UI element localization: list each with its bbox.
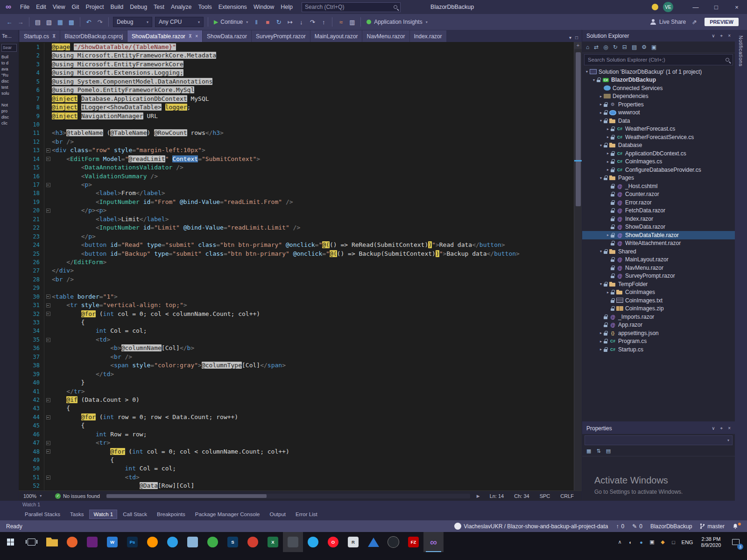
code-line[interactable]: 1@page "/ShowDataTable/{TableName}"	[19, 43, 574, 51]
test-explorer-collapsed-panel[interactable]: Te... SearBuilto dava"RudisctestsoluNotp…	[0, 30, 19, 501]
tree-item[interactable]: ▾BlazorDbBackup	[582, 76, 735, 84]
taskbar-app-icon[interactable]: FZ	[403, 532, 423, 552]
fold-collapse-icon[interactable]: −	[46, 312, 50, 316]
horizontal-scrollbar-thumb[interactable]	[106, 494, 267, 498]
code-line[interactable]: 20− </p><p>	[19, 206, 574, 215]
categorized-icon[interactable]: ▦	[586, 448, 591, 454]
taskbar-app-icon[interactable]: W	[102, 532, 122, 552]
taskbar-app-icon[interactable]	[82, 532, 102, 552]
code-line[interactable]: 14− <EditForm Model="@readLimit" Context…	[19, 155, 574, 163]
feedback-icon[interactable]: ⇗	[689, 16, 699, 28]
code-line[interactable]: 31− <tr style="vertical-align: top;">	[19, 301, 574, 309]
pending-changes-icon[interactable]: ◎	[603, 44, 608, 50]
code-line[interactable]: 34 int Col = col;	[19, 327, 574, 335]
window-position-icon[interactable]: ∨	[712, 33, 715, 39]
taskbar-app-icon[interactable]	[383, 532, 403, 552]
fold-collapse-icon[interactable]: −	[46, 441, 50, 445]
expander-icon[interactable]: ▸	[605, 151, 611, 155]
code-line[interactable]: 52 @Data[Row][Col]	[19, 482, 574, 490]
bottom-tab-breakpoints[interactable]: Breakpoints	[153, 510, 190, 519]
tree-item[interactable]: WriteAttachment.razor	[582, 239, 735, 248]
taskbar-app-icon[interactable]	[42, 532, 62, 552]
preview-selected-icon[interactable]: ▣	[651, 44, 656, 50]
tree-item[interactable]: ▸CoinImages	[582, 288, 735, 297]
code-line[interactable]: 16 <ValidationSummary />	[19, 172, 574, 181]
start-button[interactable]	[0, 532, 21, 552]
options-icon[interactable]: ▥	[347, 16, 357, 28]
tree-item[interactable]: ▸appsettings.json	[582, 329, 735, 337]
expander-icon[interactable]: ▾	[598, 143, 604, 147]
new-file-icon[interactable]: ▤	[33, 16, 43, 28]
taskbar-app-icon[interactable]	[142, 532, 162, 552]
code-line[interactable]: 49 {	[19, 456, 574, 464]
expander-icon[interactable]: ▸	[598, 339, 604, 343]
tree-item[interactable]: App.razor	[582, 321, 735, 329]
property-pages-icon[interactable]: ▤	[606, 448, 611, 454]
taskbar-app-icon[interactable]: R	[343, 532, 363, 552]
close-icon[interactable]: ×	[195, 34, 198, 39]
bottom-tab-package-manager-console[interactable]: Package Manager Console	[191, 510, 264, 519]
fold-collapse-icon[interactable]: −	[46, 183, 50, 187]
notification-alert-icon[interactable]	[652, 4, 658, 10]
repository-picker[interactable]: BlazorDbBackup	[650, 523, 692, 530]
code-line[interactable]: 15 <DataAnnotationsValidator />	[19, 163, 574, 172]
fold-collapse-icon[interactable]: −	[46, 157, 50, 161]
menu-analyze[interactable]: Analyze	[168, 0, 195, 14]
code-editor[interactable]: 1@page "/ShowDataTable/{TableName}"2@usi…	[19, 42, 582, 490]
tab-mainlayout.razor[interactable]: MainLayout.razor	[310, 30, 362, 42]
code-line[interactable]: 32− @for (int col = 0; col < columnName.…	[19, 310, 574, 318]
task-view-button[interactable]	[21, 532, 42, 552]
show-next-statement-icon[interactable]: ↦	[285, 16, 295, 28]
window-position-icon[interactable]: ∨	[712, 426, 715, 431]
fold-collapse-icon[interactable]: −	[46, 398, 50, 402]
code-line[interactable]: 4@using Microsoft.Extensions.Logging;	[19, 69, 574, 77]
hot-reload-icon[interactable]: ≈	[336, 16, 346, 28]
tree-item[interactable]: ▸ShowDataTable.razor	[582, 231, 735, 239]
tree-item[interactable]: ▸Program.cs	[582, 337, 735, 346]
forward-icon[interactable]: →	[15, 16, 26, 28]
tree-item[interactable]: ▸ApplicationDbContext.cs	[582, 149, 735, 158]
properties-object-dropdown[interactable]: ▾	[585, 435, 733, 445]
taskbar-app-icon[interactable]	[363, 532, 383, 552]
expander-icon[interactable]: ▸	[605, 160, 611, 164]
menu-extensions[interactable]: Extensions	[215, 0, 250, 14]
code-line[interactable]: 33 {	[19, 318, 574, 327]
bottom-tab-call-stack[interactable]: Call Stack	[119, 510, 151, 519]
tab-showdatatable.razor[interactable]: ShowDataTable.razor⊼×	[127, 30, 202, 42]
tree-item[interactable]: Error.razor	[582, 198, 735, 207]
configuration-dropdown[interactable]: Debug▾	[113, 17, 152, 27]
code-line[interactable]: 47− <tr>	[19, 439, 574, 447]
taskbar-app-icon[interactable]: X	[263, 532, 283, 552]
code-line[interactable]: 30−<table border="1">	[19, 293, 574, 301]
bottom-tab-watch-1[interactable]: Watch 1	[89, 510, 117, 519]
pin-icon[interactable]: ⊼	[52, 34, 56, 39]
tree-item[interactable]: Connected Services	[582, 84, 735, 92]
application-insights-button[interactable]: Application Insights ▾	[364, 19, 430, 25]
stop-icon[interactable]: ■	[262, 16, 273, 28]
expander-icon[interactable]: ▸	[605, 290, 611, 294]
expander-icon[interactable]: ▸	[605, 168, 611, 172]
tree-item[interactable]: MainLayout.razor	[582, 256, 735, 264]
code-line[interactable]: 39 </td>	[19, 370, 574, 378]
menu-file[interactable]: File	[17, 0, 33, 14]
taskbar-app-icon[interactable]	[203, 532, 223, 552]
code-line[interactable]: 37 <br />	[19, 353, 574, 361]
tree-item[interactable]: ▾TempFolder	[582, 280, 735, 288]
taskbar-app-icon[interactable]: S	[223, 532, 243, 552]
tree-item[interactable]: ▾Solution 'BlazorDbBackup' (1 of 1 proje…	[582, 68, 735, 76]
code-line[interactable]: 44− @for (int row = 0; row < Data.Count;…	[19, 413, 574, 421]
language-indicator[interactable]: ENG	[679, 539, 696, 545]
menu-project[interactable]: Project	[83, 0, 107, 14]
tree-item[interactable]: ShowData.razor	[582, 223, 735, 231]
tree-item[interactable]: FetchData.razor	[582, 207, 735, 215]
tray-icon-2[interactable]: ●	[636, 533, 647, 552]
back-icon[interactable]: ←	[4, 16, 14, 28]
fold-collapse-icon[interactable]: −	[46, 209, 50, 213]
code-line[interactable]: 17− <p>	[19, 181, 574, 189]
expander-icon[interactable]: ▸	[598, 102, 604, 106]
taskbar-clock[interactable]: 2:38 PM 8/9/2020	[696, 536, 726, 548]
pin-icon[interactable]: ⊼	[189, 34, 192, 39]
taskbar-app-icon[interactable]: Ps	[122, 532, 142, 552]
code-line[interactable]: 51− <td>	[19, 473, 574, 482]
code-line[interactable]: 2@using Microsoft.EntityFrameworkCore.Me…	[19, 51, 574, 60]
